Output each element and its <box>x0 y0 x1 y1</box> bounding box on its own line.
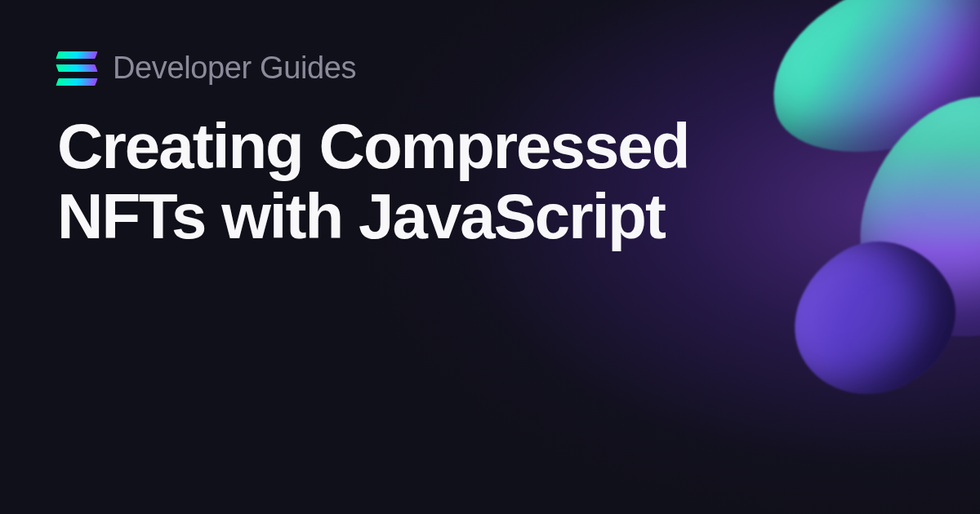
category-label: Developer Guides <box>113 51 356 86</box>
page-title: Creating Compressed NFTs with JavaScript <box>57 112 833 252</box>
solana-logo-icon <box>57 51 96 86</box>
content-area: Developer Guides Creating Compressed NFT… <box>0 0 980 303</box>
header-row: Developer Guides <box>57 51 923 86</box>
